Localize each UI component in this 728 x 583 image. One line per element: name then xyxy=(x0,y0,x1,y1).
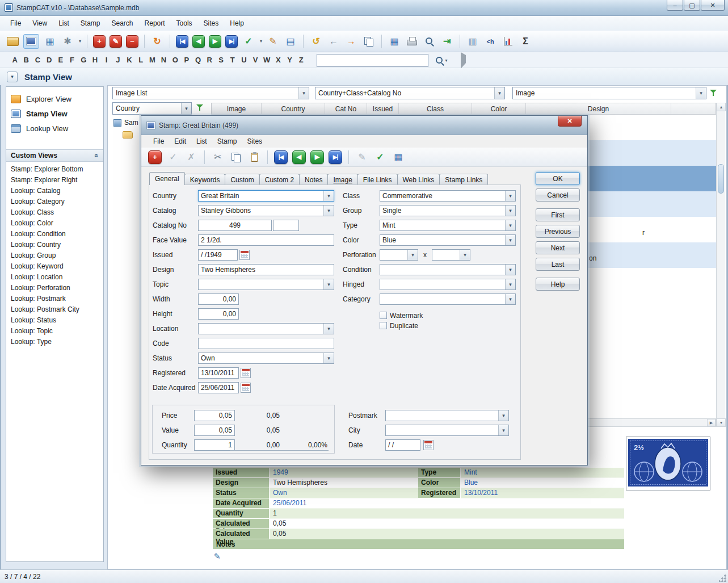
column-header[interactable]: Country xyxy=(262,103,325,114)
previous-record-icon[interactable]: ◀ xyxy=(292,150,306,164)
dialog-tab[interactable]: Custom 2 xyxy=(259,174,300,185)
condition-combo[interactable] xyxy=(380,264,516,275)
status-combo[interactable]: Own xyxy=(198,353,334,364)
print-preview-icon[interactable] xyxy=(423,35,436,48)
dialog-tab[interactable]: Web Links xyxy=(397,174,440,185)
filter-confirm-icon[interactable]: ✓ xyxy=(242,35,255,48)
sum-icon[interactable]: Σ xyxy=(519,35,532,48)
add-record-icon[interactable]: + xyxy=(148,150,162,164)
code-input[interactable] xyxy=(198,338,334,349)
copy-icon[interactable] xyxy=(229,150,243,164)
color-combo[interactable]: Blue xyxy=(380,234,516,246)
catalog-no-input[interactable]: 499 xyxy=(198,220,272,231)
alphabet-letter[interactable]: E xyxy=(55,56,66,64)
chart-icon[interactable] xyxy=(501,35,515,48)
column-header[interactable]: Image xyxy=(212,103,262,114)
alphabet-letter[interactable]: J xyxy=(112,56,124,64)
menu-item[interactable]: Tools xyxy=(171,17,198,30)
alphabet-letter[interactable]: K xyxy=(124,56,135,64)
date-acquired-input[interactable]: 25/06/2011 xyxy=(198,382,239,393)
alphabet-letter[interactable]: D xyxy=(44,56,55,64)
search-button[interactable]: ▾ xyxy=(432,54,451,67)
vertical-scroll-thumb[interactable] xyxy=(718,164,724,194)
custom-view-item[interactable]: Lookup: Keyword xyxy=(6,261,103,272)
last-record-icon[interactable]: ▶| xyxy=(329,150,342,164)
postmark-combo[interactable] xyxy=(385,410,509,421)
back-icon[interactable]: ← xyxy=(327,35,340,48)
height-input[interactable]: 0,00 xyxy=(198,308,239,320)
maximize-button[interactable]: ▢ xyxy=(684,0,700,11)
dialog-menu-item[interactable]: List xyxy=(191,136,212,147)
last-record-icon[interactable]: ▶| xyxy=(225,35,238,48)
perforation-combo[interactable] xyxy=(380,249,418,261)
export-icon[interactable]: ⇥ xyxy=(440,35,454,48)
custom-view-item[interactable]: Lookup: Perforation xyxy=(6,283,103,293)
columns-icon[interactable]: ▥ xyxy=(466,35,479,48)
alphabet-letter[interactable]: N xyxy=(158,56,169,64)
quantity-input[interactable]: 1 xyxy=(194,439,235,451)
dialog-tab[interactable]: Stamp Links xyxy=(439,174,488,185)
alphabet-letter[interactable]: F xyxy=(66,56,78,64)
dialog-menu-item[interactable]: File xyxy=(148,136,169,147)
alphabet-letter[interactable]: A xyxy=(9,56,20,64)
detail-value[interactable]: 13/10/2011 xyxy=(461,488,624,498)
watermark-checkbox[interactable] xyxy=(380,312,387,319)
alphabet-letter[interactable]: X xyxy=(272,56,284,64)
minimize-button[interactable]: – xyxy=(667,0,683,11)
menu-item[interactable]: List xyxy=(53,17,75,30)
settings-gear-icon[interactable]: ✱ xyxy=(61,35,74,48)
next-record-icon[interactable]: ▶ xyxy=(310,150,324,164)
duplicate-checkbox[interactable] xyxy=(380,322,387,329)
stamp-image[interactable]: 2½ xyxy=(626,437,710,490)
close-button[interactable]: ✕ xyxy=(701,0,725,11)
dialog-tab[interactable]: Keywords xyxy=(184,174,226,185)
help-button[interactable]: Help xyxy=(536,278,580,291)
custom-view-item[interactable]: Lookup: Color xyxy=(6,218,103,229)
custom-view-item[interactable]: Lookup: Postmark xyxy=(6,293,103,304)
scroll-down-icon[interactable]: ▼ xyxy=(717,418,726,427)
sidebar-item-lookup-view[interactable]: Lookup View xyxy=(6,121,103,136)
open-database-icon[interactable] xyxy=(6,35,19,48)
delete-record-icon[interactable]: − xyxy=(126,35,138,48)
copy-pages-icon[interactable] xyxy=(362,35,376,48)
category-combo[interactable] xyxy=(380,293,516,305)
list-grid-icon[interactable]: ▤ xyxy=(284,35,297,48)
date-input[interactable]: / / xyxy=(385,439,420,451)
dialog-menu-item[interactable]: Stamp xyxy=(212,136,242,147)
data-grid-icon[interactable]: ▦ xyxy=(388,35,401,48)
resize-grip[interactable] xyxy=(719,574,727,582)
sidebar-item-stamp-view[interactable]: Stamp View xyxy=(6,106,103,121)
collapse-icon[interactable]: « xyxy=(93,154,101,158)
detail-value[interactable]: Mint xyxy=(461,468,624,478)
custom-view-item[interactable]: Lookup: Class xyxy=(6,207,103,218)
detail-value[interactable]: Own xyxy=(270,488,418,498)
table-view-icon[interactable]: ▦ xyxy=(43,35,57,48)
class-combo[interactable]: Commemorative xyxy=(380,190,516,202)
edit-icon[interactable]: ✎ xyxy=(355,150,369,164)
apply-icon[interactable]: ✓ xyxy=(373,150,387,164)
alphabet-letter[interactable]: C xyxy=(32,56,43,64)
edit-notes-icon[interactable]: ✎ xyxy=(214,552,221,561)
alphabet-letter[interactable]: Y xyxy=(284,56,296,64)
tree-folder-item[interactable] xyxy=(123,131,133,140)
next-button[interactable]: Next xyxy=(536,241,580,254)
alphabet-letter[interactable]: S xyxy=(215,56,226,64)
menu-item[interactable]: Search xyxy=(106,17,139,30)
menu-item[interactable]: Stamp xyxy=(75,17,106,30)
custom-view-item[interactable]: Lookup: Category xyxy=(6,196,103,207)
column-header[interactable]: Issued xyxy=(367,103,399,114)
dialog-tab[interactable]: File Links xyxy=(357,174,398,185)
calendar-icon[interactable] xyxy=(241,368,251,378)
edit-record-icon[interactable]: ✎ xyxy=(110,35,122,48)
undo-icon[interactable]: ↺ xyxy=(309,35,323,48)
confirm-icon[interactable]: ✓ xyxy=(166,150,180,164)
search-input[interactable] xyxy=(317,54,428,67)
alphabet-letter[interactable]: T xyxy=(227,56,238,64)
type-combo[interactable]: Mint xyxy=(380,220,516,231)
custom-view-item[interactable]: Lookup: Condition xyxy=(6,229,103,240)
dialog-tab[interactable]: Custom xyxy=(225,174,259,185)
alphabet-letter[interactable]: W xyxy=(261,56,272,64)
design-input[interactable]: Two Hemispheres xyxy=(198,264,334,275)
alphabet-letter[interactable]: I xyxy=(101,56,112,64)
city-combo[interactable] xyxy=(385,425,509,436)
